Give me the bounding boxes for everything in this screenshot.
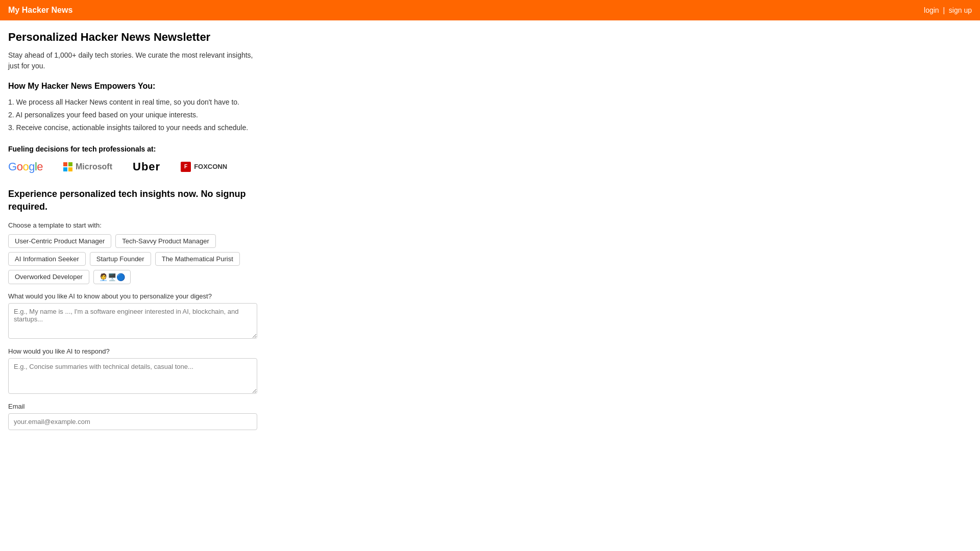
email-input[interactable] [8, 413, 257, 430]
template-btn-tech-savvy[interactable]: Tech-Savvy Product Manager [115, 234, 216, 248]
fueling-title: Fueling decisions for tech professionals… [8, 145, 257, 153]
template-btn-user-centric[interactable]: User-Centric Product Manager [8, 234, 111, 248]
foxconn-icon: F [181, 162, 191, 172]
respond-textarea[interactable] [8, 358, 257, 394]
page-title: Personalized Hacker News Newsletter [8, 31, 257, 44]
login-link[interactable]: login [924, 6, 939, 14]
top-nav: My Hacker News login | sign up [0, 0, 980, 20]
experience-headline: Experience personalized tech insights no… [8, 188, 257, 213]
auth-separator: | [943, 6, 945, 14]
how-list: 1. We process all Hacker News content in… [8, 96, 257, 135]
respond-section: How would you like AI to respond? [8, 347, 257, 395]
logos-row: Google Microsoft Uber F FOXCONN [8, 160, 257, 173]
template-btn-math-purist[interactable]: The Mathematical Purist [155, 252, 240, 266]
template-label: Choose a template to start with: [8, 221, 257, 229]
template-btn-overworked[interactable]: Overworked Developer [8, 270, 89, 284]
microsoft-label: Microsoft [76, 162, 112, 171]
template-btn-startup[interactable]: Startup Founder [90, 252, 151, 266]
personal-textarea[interactable] [8, 303, 257, 339]
foxconn-logo: F FOXCONN [181, 162, 227, 172]
how-item-2: 2. AI personalizes your feed based on yo… [8, 109, 257, 121]
hero-subtitle: Stay ahead of 1,000+ daily tech stories.… [8, 50, 257, 71]
microsoft-logo: Microsoft [63, 162, 112, 171]
email-section: Email [8, 403, 257, 430]
template-btn-emoji[interactable]: 🧑‍💼🖥️🔵 [93, 270, 131, 284]
experience-section: Experience personalized tech insights no… [8, 188, 257, 430]
email-label: Email [8, 403, 257, 410]
microsoft-icon [63, 162, 72, 171]
personal-section: What would you like AI to know about you… [8, 292, 257, 340]
respond-label: How would you like AI to respond? [8, 347, 257, 355]
how-title: How My Hacker News Empowers You: [8, 82, 257, 91]
template-btn-ai-seeker[interactable]: AI Information Seeker [8, 252, 86, 266]
how-item-1: 1. We process all Hacker News content in… [8, 96, 257, 109]
site-title: My Hacker News [8, 6, 72, 15]
personal-label: What would you like AI to know about you… [8, 292, 257, 300]
template-buttons: User-Centric Product Manager Tech-Savvy … [8, 234, 257, 284]
how-item-3: 3. Receive concise, actionable insights … [8, 121, 257, 134]
uber-logo: Uber [133, 160, 160, 173]
auth-links: login | sign up [924, 6, 972, 14]
foxconn-label: FOXCONN [194, 163, 227, 170]
signup-link[interactable]: sign up [949, 6, 972, 14]
main-content: Personalized Hacker News Newsletter Stay… [0, 20, 265, 447]
google-logo: Google [8, 160, 43, 173]
